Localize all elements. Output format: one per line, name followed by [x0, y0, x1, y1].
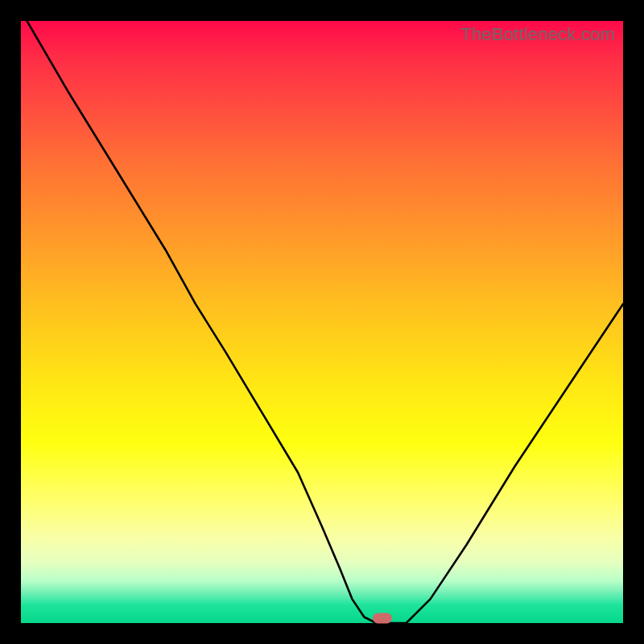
chart-frame: TheBottleneck.com — [0, 0, 644, 644]
optimal-marker — [373, 613, 392, 624]
plot-area: TheBottleneck.com — [21, 21, 623, 623]
curve-path — [27, 21, 624, 623]
bottleneck-curve — [21, 21, 623, 623]
